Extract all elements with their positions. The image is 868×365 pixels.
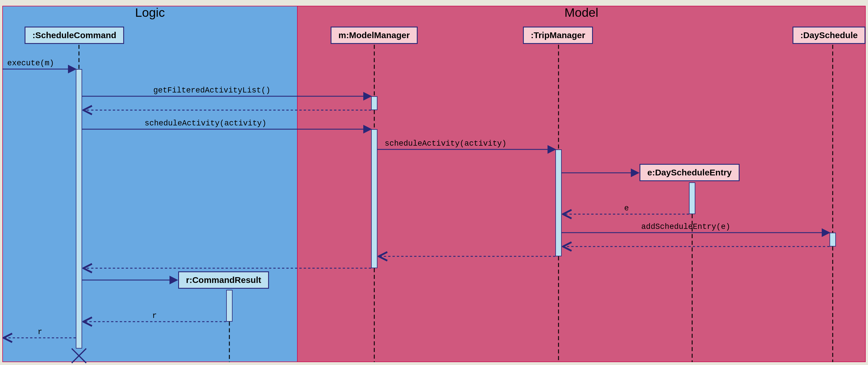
participant-trip-manager: :TripManager xyxy=(523,27,593,44)
participant-command-result: r:CommandResult xyxy=(178,271,269,289)
participant-label: :ScheduleCommand xyxy=(32,30,116,40)
activation-schedule-command xyxy=(76,69,82,349)
activation-trip-manager xyxy=(555,150,562,256)
activation-day-schedule-entry xyxy=(689,182,695,214)
activation-model-manager-2 xyxy=(371,129,377,268)
msg-schedule-activity-1: scheduleActivity(activity) xyxy=(145,119,267,128)
msg-return-r2: r xyxy=(38,328,42,336)
msg-get-filtered-activity-list: getFilteredActivityList() xyxy=(153,86,271,95)
participant-model-manager: m:ModelManager xyxy=(331,27,418,44)
activation-day-schedule xyxy=(830,233,836,246)
participant-label: e:DayScheduleEntry xyxy=(647,168,732,177)
activation-model-manager-1 xyxy=(371,96,377,110)
msg-return-e: e xyxy=(624,204,629,213)
participant-day-schedule: :DaySchedule xyxy=(793,27,865,44)
participant-day-schedule-entry: e:DayScheduleEntry xyxy=(640,164,740,181)
msg-execute: execute(m) xyxy=(7,59,54,68)
participant-label: m:ModelManager xyxy=(338,30,410,40)
msg-add-schedule-entry: addScheduleEntry(e) xyxy=(641,223,730,231)
msg-schedule-activity-2: scheduleActivity(activity) xyxy=(385,139,506,148)
activation-command-result xyxy=(226,290,232,322)
msg-return-r1: r xyxy=(152,311,157,320)
sequence-diagram: Logic Model :ScheduleCommand m:ModelMana… xyxy=(0,0,868,365)
frame-logic-title: Logic xyxy=(3,5,297,20)
participant-label: :DaySchedule xyxy=(800,30,858,40)
frame-model: Model xyxy=(297,6,866,362)
participant-label: :TripManager xyxy=(531,30,585,40)
participant-label: r:CommandResult xyxy=(186,275,261,285)
participant-schedule-command: :ScheduleCommand xyxy=(25,27,124,44)
frame-model-title: Model xyxy=(298,5,865,20)
